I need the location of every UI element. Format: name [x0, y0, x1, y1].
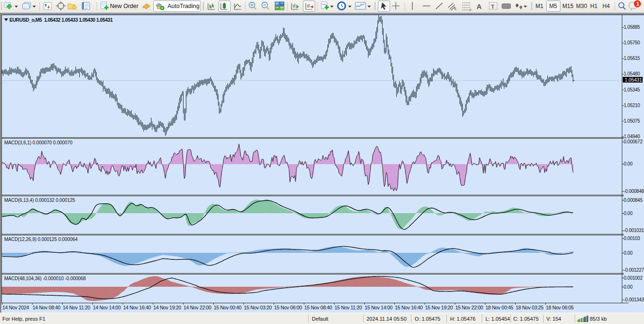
svg-text:1: 1 [636, 1, 639, 7]
svg-text:A: A [477, 2, 482, 10]
svg-text:F: F [469, 8, 471, 12]
svg-text:E: E [454, 7, 457, 10]
svg-text:T: T [491, 4, 494, 9]
